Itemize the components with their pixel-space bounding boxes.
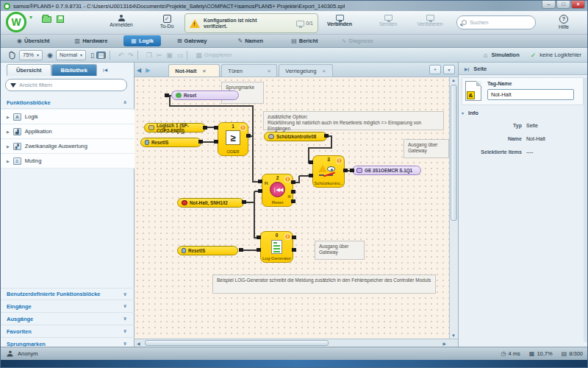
jump-label-reset[interactable]: Reset [171,91,239,100]
port[interactable] [214,140,218,144]
paste-button[interactable]: ▣ [166,52,173,59]
logic-diagram-canvas[interactable]: Sprungmarke zusätzliche Option: Rückführ… [135,77,458,339]
open-project-button[interactable] [42,16,51,23]
delete-button[interactable]: ▭ [177,52,184,59]
note-gateway-1[interactable]: Ausgang über Gateway [404,139,449,158]
expander-icon[interactable]: ▶ [7,130,10,134]
port[interactable] [239,248,243,252]
port[interactable] [309,160,313,164]
tab-namen[interactable]: ✎ Namen [232,36,269,46]
port[interactable] [246,134,251,138]
close-icon[interactable]: × [202,68,206,74]
port[interactable] [165,93,169,97]
canvas-vscrollbar[interactable]: ▲ ▼ [449,77,458,339]
sidebar-item-applikation[interactable]: ▶ ▟ Applikation [1,124,135,139]
port[interactable] [324,134,329,138]
input-pill-resetis-2[interactable]: ResetIS [177,246,238,255]
section-ausgaenge[interactable]: Ausgänge ∨ [1,313,135,325]
cut-button[interactable]: ✂ [157,52,162,59]
samos-logo[interactable]: W [6,12,26,32]
redo-button[interactable]: ↷ [128,52,134,59]
senden-button[interactable]: Senden [372,15,404,26]
sidebar-tab-uebersicht[interactable]: Übersicht [7,64,51,76]
pan-hand-icon[interactable] [8,51,16,60]
canvas-hscrollbar[interactable]: ◀ ▶ [135,339,458,347]
port[interactable] [203,126,207,130]
port[interactable] [257,248,261,252]
tab-nav-left-icon[interactable]: ◀ [137,67,141,74]
panel-scrollbar[interactable] [584,77,588,342]
page-tab-verriegelung[interactable]: Verriegelung× [279,64,333,77]
copy-button[interactable]: ❐ [146,52,152,59]
scroll-up-icon[interactable]: ▲ [451,78,456,82]
input-pill-logisch[interactable]: Logisch 1 (SP-COP2-EN[0]) [144,123,206,132]
search-input[interactable]: Suchen [456,15,536,29]
port[interactable] [291,190,295,194]
tab-logik[interactable]: ▦ Logik [123,35,161,46]
note-gateway-2[interactable]: Ausgang über Gateway [315,241,365,260]
port[interactable] [291,199,295,203]
port[interactable] [292,248,296,252]
sidebar-tab-bibliothek[interactable]: Bibliothek [51,64,97,76]
section-funktionsbloecke[interactable]: Funktionsblöcke ∧ [1,96,135,109]
add-page-button[interactable]: + [429,65,441,74]
page-tab-tueren[interactable]: Türen× [221,64,277,77]
verbinden-button[interactable]: Verbinden [321,15,358,26]
grid-view-button[interactable]: ▦ [96,52,106,59]
function-block-reset[interactable]: 2 ! Ft ❘◀◀ ⊗ Reset [262,174,293,207]
port[interactable] [258,180,262,183]
close-button[interactable]: × [571,1,585,9]
expander-icon[interactable]: ▶ [7,144,10,149]
section-favoriten[interactable]: Favoriten ∨ [1,325,135,338]
close-icon[interactable]: × [322,68,326,74]
logo-dropdown-icon[interactable]: ▾ [29,14,32,21]
port[interactable] [309,174,313,177]
verification-notification[interactable]: ! Konfiguration ist nicht verifiziert. 0… [184,13,318,33]
view-mode-select[interactable]: Normal ▾ [56,50,86,60]
port[interactable] [198,140,203,144]
tab-gateway[interactable]: ⊞ Gateway [171,36,213,46]
info-section-header[interactable]: ▾ Info [462,110,478,116]
tab-bericht[interactable]: ▤ Bericht [285,36,323,46]
input-pill-not-halt[interactable]: Not-Halt, SNH1/I2 [177,198,244,208]
expander-icon[interactable]: ▶ [7,159,10,163]
maximize-button[interactable]: □ [556,1,570,9]
undo-button[interactable]: ↶ [118,52,124,59]
section-eingaenge[interactable]: Eingänge ∨ [1,300,135,313]
sidebar-item-zweikanalige[interactable]: ▶ ▞ Zweikanalige Auswertung [1,139,135,154]
port[interactable] [258,189,262,193]
port[interactable] [257,236,261,239]
sidebar-item-logik[interactable]: ▶ A Logik [1,110,135,124]
todo-button[interactable]: ✓ To-Do [152,15,182,29]
close-icon[interactable]: × [268,68,271,74]
port[interactable] [214,126,218,130]
tag-name-input[interactable] [487,89,574,100]
hscroll-thumb[interactable] [145,340,329,346]
sidebar-item-muting[interactable]: ▶ ≡ Muting [1,154,135,169]
function-block-schuetzkontrolle[interactable]: 3 ! Schützkontro‥ [312,155,345,188]
scroll-down-icon[interactable]: ▼ [451,333,456,338]
minimize-button[interactable]: – [542,1,556,9]
port[interactable] [291,180,295,184]
input-pill-resetis-1[interactable]: ResetIS [140,138,201,147]
page-tab-not-halt[interactable]: Not-Halt× [168,64,220,77]
save-project-button[interactable] [57,15,64,23]
gruppieren-button[interactable]: Gruppieren [204,52,232,58]
scroll-right-icon[interactable]: ▶ [442,341,446,346]
page-view-button[interactable]: ▯ [90,52,94,59]
port[interactable] [292,236,296,239]
hilfe-button[interactable]: ? Hilfe [551,15,577,29]
scroll-left-icon[interactable]: ◀ [137,341,140,346]
vscroll-thumb[interactable] [451,85,457,221]
anmelden-button[interactable]: Anmelden [105,15,137,27]
section-benutzerdefinierte[interactable]: Benutzerdefinierte Funktionsblöcke ∨ [1,288,135,300]
function-block-oder[interactable]: 1 ! ≥ ODER [218,122,248,156]
tab-diagnose[interactable]: ∿ Diagnose [336,36,379,46]
note-log-generator[interactable]: Beispiel LOG-Generator schreibt die Meld… [212,275,436,294]
function-block-log-generator[interactable]: 0 ! Log-Generator [260,231,293,263]
tab-uebersicht[interactable]: ◉ Übersicht [11,36,56,46]
verifizieren-button[interactable]: Verifizieren [409,15,451,26]
filter-input[interactable]: Ansicht filtern [5,79,127,91]
sidebar-collapse-icon[interactable]: |◀ [103,67,107,76]
page-list-button[interactable]: ▼ [443,65,455,74]
